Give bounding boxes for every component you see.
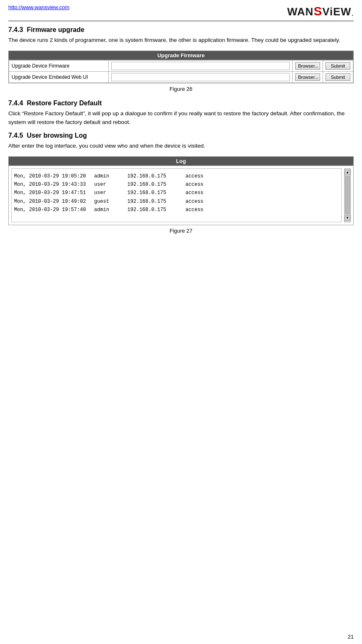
log-action: access — [186, 189, 203, 197]
log-ip: 192.168.0.175 — [127, 206, 177, 214]
log-ip: 192.168.0.175 — [127, 189, 177, 197]
section-743-title: 7.4.3 Firmware upgrade — [8, 26, 354, 34]
log-ip: 192.168.0.175 — [127, 197, 177, 206]
logo-wan-text: WAN — [287, 5, 314, 18]
firmware-row-2: Upgrade Device Embeded Web UI Browser...… — [9, 71, 353, 83]
log-user: admin — [94, 172, 119, 180]
log-title: Log — [9, 157, 353, 166]
firmware-table: Upgrade Device Firmware Browser... Submi… — [9, 60, 353, 83]
log-ip: 192.168.0.175 — [127, 172, 177, 180]
log-action: access — [186, 206, 203, 214]
log-user: user — [94, 189, 119, 197]
log-datetime: Mon, 2010-03-29 19:43:33 — [14, 180, 86, 189]
log-action: access — [186, 197, 203, 206]
log-entry-row: Mon, 2010-03-29 19:49:02guest192.168.0.1… — [14, 197, 339, 206]
log-user: admin — [94, 206, 119, 214]
log-user: user — [94, 180, 119, 189]
firmware-row2-submit-cell: Submit — [323, 71, 353, 83]
firmware-row2-browser-cell: Browser... — [293, 71, 323, 83]
firmware-row2-input-cell — [109, 71, 293, 83]
log-entry-row: Mon, 2010-03-29 19:57:40admin192.168.0.1… — [14, 206, 339, 214]
section-744-title: 7.4.4 Restore Factory Default — [8, 100, 354, 107]
section-745-title: 7.4.5 User browsing Log — [8, 132, 354, 139]
firmware-row2-label: Upgrade Device Embeded Web UI — [9, 71, 109, 83]
log-entry-row: Mon, 2010-03-29 19:05:20admin192.168.0.1… — [14, 172, 339, 180]
log-content-area: Mon, 2010-03-29 19:05:20admin192.168.0.1… — [9, 166, 353, 225]
company-logo: WAN S ViEW . — [287, 4, 354, 18]
firmware-row1-input[interactable] — [111, 62, 290, 70]
section-745-body: After enter the log interface, you could… — [8, 142, 354, 151]
firmware-row1-submit-cell: Submit — [323, 60, 353, 71]
log-datetime: Mon, 2010-03-29 19:05:20 — [14, 172, 86, 180]
firmware-row2-browser-button[interactable]: Browser... — [295, 73, 320, 81]
firmware-row1-input-cell — [109, 60, 293, 71]
log-user: guest — [94, 197, 119, 206]
log-entry-row: Mon, 2010-03-29 19:43:33user192.168.0.17… — [14, 180, 339, 189]
log-figure-caption: Figure 27 — [8, 228, 354, 234]
firmware-row1-label: Upgrade Device Firmware — [9, 60, 109, 71]
firmware-row-1: Upgrade Device Firmware Browser... Submi… — [9, 60, 353, 71]
firmware-row2-input[interactable] — [111, 73, 290, 81]
log-entries-container: Mon, 2010-03-29 19:05:20admin192.168.0.1… — [11, 168, 342, 222]
log-figure: Log Mon, 2010-03-29 19:05:20admin192.168… — [8, 156, 354, 225]
log-ip: 192.168.0.175 — [127, 180, 177, 189]
firmware-row1-browser-button[interactable]: Browser... — [295, 62, 320, 70]
firmware-upgrade-figure: Upgrade Firmware Upgrade Device Firmware… — [8, 51, 354, 83]
log-action: access — [186, 172, 203, 180]
firmware-row1-submit-button[interactable]: Submit — [325, 62, 350, 70]
scrollbar-thumb[interactable] — [345, 176, 350, 214]
firmware-figure-caption: Figure 26 — [8, 86, 354, 92]
firmware-figure-title: Upgrade Firmware — [9, 51, 353, 60]
website-link[interactable]: http://www.wansview.com — [8, 4, 69, 10]
logo-niew-text: ViEW — [322, 5, 351, 18]
section-744-body: Click “Restore Factory Default”, it will… — [8, 109, 354, 127]
log-datetime: Mon, 2010-03-29 19:47:51 — [14, 189, 86, 197]
page-number: 21 — [348, 634, 354, 640]
log-datetime: Mon, 2010-03-29 19:57:40 — [14, 206, 86, 214]
firmware-row2-submit-button[interactable]: Submit — [325, 73, 350, 81]
log-scrollbar[interactable]: ▲ ▼ — [344, 168, 351, 222]
firmware-row1-browser-cell: Browser... — [293, 60, 323, 71]
scrollbar-up-button[interactable]: ▲ — [345, 170, 350, 175]
log-entry-row: Mon, 2010-03-29 19:47:51user192.168.0.17… — [14, 189, 339, 197]
page-header: http://www.wansview.com WAN S ViEW . — [8, 4, 354, 21]
logo-period: . — [352, 11, 354, 18]
log-action: access — [186, 180, 203, 189]
logo-s-text: S — [313, 4, 322, 18]
log-datetime: Mon, 2010-03-29 19:49:02 — [14, 197, 86, 206]
section-743-body: The device runs 2 kinds of programmer, o… — [8, 36, 354, 45]
scrollbar-down-button[interactable]: ▼ — [345, 215, 350, 221]
